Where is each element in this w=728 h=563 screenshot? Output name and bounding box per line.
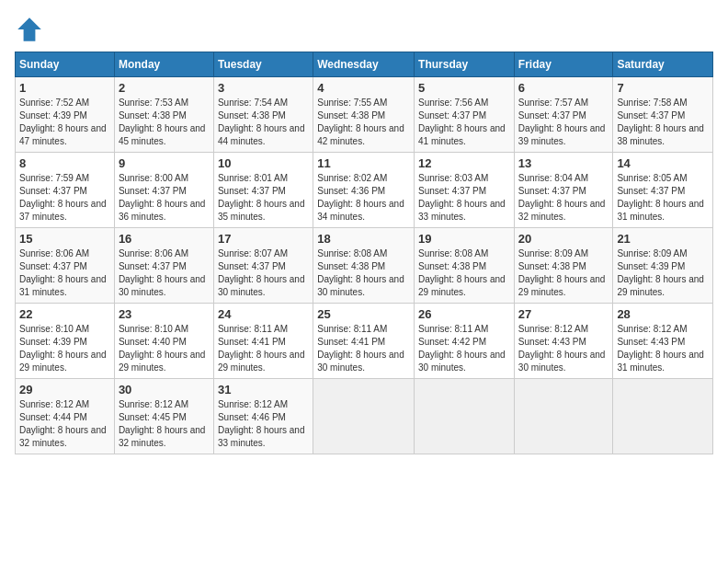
calendar-cell: 18 Sunrise: 8:08 AM Sunset: 4:38 PM Dayl… xyxy=(313,228,415,304)
calendar-cell: 17 Sunrise: 8:07 AM Sunset: 4:37 PM Dayl… xyxy=(213,228,313,304)
day-detail: Sunrise: 8:10 AM Sunset: 4:40 PM Dayligh… xyxy=(119,323,210,374)
calendar-cell: 25 Sunrise: 8:11 AM Sunset: 4:41 PM Dayl… xyxy=(313,304,415,379)
calendar-cell: 23 Sunrise: 8:10 AM Sunset: 4:40 PM Dayl… xyxy=(114,304,213,379)
day-detail: Sunrise: 8:09 AM Sunset: 4:39 PM Dayligh… xyxy=(617,247,709,299)
day-number: 24 xyxy=(218,307,309,321)
calendar-cell: 15 Sunrise: 8:06 AM Sunset: 4:37 PM Dayl… xyxy=(16,228,115,304)
day-number: 14 xyxy=(617,156,709,170)
day-detail: Sunrise: 7:56 AM Sunset: 4:37 PM Dayligh… xyxy=(418,97,510,148)
day-detail: Sunrise: 8:05 AM Sunset: 4:37 PM Dayligh… xyxy=(617,172,709,224)
day-number: 25 xyxy=(317,307,410,321)
day-number: 27 xyxy=(518,307,609,321)
day-detail: Sunrise: 8:11 AM Sunset: 4:41 PM Dayligh… xyxy=(218,323,309,374)
calendar-cell: 6 Sunrise: 7:57 AM Sunset: 4:37 PM Dayli… xyxy=(514,77,613,153)
day-detail: Sunrise: 7:53 AM Sunset: 4:38 PM Dayligh… xyxy=(119,97,210,148)
calendar-body: 1 Sunrise: 7:52 AM Sunset: 4:39 PM Dayli… xyxy=(16,77,713,454)
day-number: 10 xyxy=(218,156,309,170)
calendar-cell: 12 Sunrise: 8:03 AM Sunset: 4:37 PM Dayl… xyxy=(415,153,515,228)
weekday-header-tuesday: Tuesday xyxy=(213,52,313,77)
calendar-cell xyxy=(514,379,613,454)
day-detail: Sunrise: 8:11 AM Sunset: 4:41 PM Dayligh… xyxy=(317,323,410,374)
day-detail: Sunrise: 8:12 AM Sunset: 4:46 PM Dayligh… xyxy=(218,398,309,450)
calendar-cell: 30 Sunrise: 8:12 AM Sunset: 4:45 PM Dayl… xyxy=(114,379,213,454)
day-detail: Sunrise: 8:11 AM Sunset: 4:42 PM Dayligh… xyxy=(418,323,510,374)
week-row-4: 22 Sunrise: 8:10 AM Sunset: 4:39 PM Dayl… xyxy=(16,304,713,379)
logo-icon xyxy=(15,15,44,44)
day-number: 18 xyxy=(317,232,410,246)
calendar-cell: 4 Sunrise: 7:55 AM Sunset: 4:38 PM Dayli… xyxy=(313,77,415,153)
day-number: 5 xyxy=(418,81,510,95)
calendar-cell xyxy=(313,379,415,454)
day-detail: Sunrise: 7:52 AM Sunset: 4:39 PM Dayligh… xyxy=(19,97,110,148)
calendar-cell: 20 Sunrise: 8:09 AM Sunset: 4:38 PM Dayl… xyxy=(514,228,613,304)
day-number: 7 xyxy=(617,81,709,95)
day-detail: Sunrise: 8:08 AM Sunset: 4:38 PM Dayligh… xyxy=(418,247,510,299)
day-number: 15 xyxy=(19,232,110,246)
day-detail: Sunrise: 8:06 AM Sunset: 4:37 PM Dayligh… xyxy=(19,247,110,299)
day-number: 20 xyxy=(518,232,609,246)
day-number: 30 xyxy=(119,383,210,396)
calendar-cell: 27 Sunrise: 8:12 AM Sunset: 4:43 PM Dayl… xyxy=(514,304,613,379)
day-number: 17 xyxy=(218,232,309,246)
day-detail: Sunrise: 8:01 AM Sunset: 4:37 PM Dayligh… xyxy=(218,172,309,224)
day-number: 6 xyxy=(518,81,609,95)
week-row-1: 1 Sunrise: 7:52 AM Sunset: 4:39 PM Dayli… xyxy=(16,77,713,153)
day-number: 31 xyxy=(218,383,309,396)
weekday-header-sunday: Sunday xyxy=(16,52,115,77)
day-detail: Sunrise: 8:03 AM Sunset: 4:37 PM Dayligh… xyxy=(418,172,510,224)
page-header xyxy=(15,15,713,44)
week-row-5: 29 Sunrise: 8:12 AM Sunset: 4:44 PM Dayl… xyxy=(16,379,713,454)
calendar-cell: 3 Sunrise: 7:54 AM Sunset: 4:38 PM Dayli… xyxy=(213,77,313,153)
day-detail: Sunrise: 8:02 AM Sunset: 4:36 PM Dayligh… xyxy=(317,172,410,224)
calendar-cell: 26 Sunrise: 8:11 AM Sunset: 4:42 PM Dayl… xyxy=(415,304,515,379)
day-detail: Sunrise: 7:55 AM Sunset: 4:38 PM Dayligh… xyxy=(317,97,410,148)
day-number: 9 xyxy=(119,156,210,170)
weekday-header-thursday: Thursday xyxy=(415,52,515,77)
day-number: 2 xyxy=(119,81,210,95)
week-row-2: 8 Sunrise: 7:59 AM Sunset: 4:37 PM Dayli… xyxy=(16,153,713,228)
day-number: 28 xyxy=(617,307,709,321)
day-number: 4 xyxy=(317,81,410,95)
weekday-header-friday: Friday xyxy=(514,52,613,77)
day-detail: Sunrise: 8:07 AM Sunset: 4:37 PM Dayligh… xyxy=(218,247,309,299)
calendar-header: SundayMondayTuesdayWednesdayThursdayFrid… xyxy=(16,52,713,77)
day-number: 12 xyxy=(418,156,510,170)
svg-marker-0 xyxy=(17,17,41,41)
day-detail: Sunrise: 8:04 AM Sunset: 4:37 PM Dayligh… xyxy=(518,172,609,224)
day-number: 11 xyxy=(317,156,410,170)
calendar-table: SundayMondayTuesdayWednesdayThursdayFrid… xyxy=(15,52,713,454)
calendar-cell: 8 Sunrise: 7:59 AM Sunset: 4:37 PM Dayli… xyxy=(16,153,115,228)
week-row-3: 15 Sunrise: 8:06 AM Sunset: 4:37 PM Dayl… xyxy=(16,228,713,304)
day-detail: Sunrise: 8:12 AM Sunset: 4:44 PM Dayligh… xyxy=(19,398,110,450)
calendar-cell: 7 Sunrise: 7:58 AM Sunset: 4:37 PM Dayli… xyxy=(613,77,713,153)
calendar-cell: 1 Sunrise: 7:52 AM Sunset: 4:39 PM Dayli… xyxy=(16,77,115,153)
calendar-cell: 11 Sunrise: 8:02 AM Sunset: 4:36 PM Dayl… xyxy=(313,153,415,228)
calendar-cell: 14 Sunrise: 8:05 AM Sunset: 4:37 PM Dayl… xyxy=(613,153,713,228)
day-number: 13 xyxy=(518,156,609,170)
day-detail: Sunrise: 7:59 AM Sunset: 4:37 PM Dayligh… xyxy=(19,172,110,224)
calendar-cell: 31 Sunrise: 8:12 AM Sunset: 4:46 PM Dayl… xyxy=(213,379,313,454)
calendar-cell: 5 Sunrise: 7:56 AM Sunset: 4:37 PM Dayli… xyxy=(415,77,515,153)
calendar-cell: 24 Sunrise: 8:11 AM Sunset: 4:41 PM Dayl… xyxy=(213,304,313,379)
weekday-header-monday: Monday xyxy=(114,52,213,77)
day-detail: Sunrise: 8:10 AM Sunset: 4:39 PM Dayligh… xyxy=(19,323,110,374)
day-detail: Sunrise: 8:12 AM Sunset: 4:45 PM Dayligh… xyxy=(119,398,210,450)
day-detail: Sunrise: 7:54 AM Sunset: 4:38 PM Dayligh… xyxy=(218,97,309,148)
calendar-cell: 19 Sunrise: 8:08 AM Sunset: 4:38 PM Dayl… xyxy=(415,228,515,304)
day-detail: Sunrise: 8:12 AM Sunset: 4:43 PM Dayligh… xyxy=(617,323,709,374)
weekday-row: SundayMondayTuesdayWednesdayThursdayFrid… xyxy=(16,52,713,77)
calendar-cell: 21 Sunrise: 8:09 AM Sunset: 4:39 PM Dayl… xyxy=(613,228,713,304)
calendar-cell: 13 Sunrise: 8:04 AM Sunset: 4:37 PM Dayl… xyxy=(514,153,613,228)
day-detail: Sunrise: 7:58 AM Sunset: 4:37 PM Dayligh… xyxy=(617,97,709,148)
day-detail: Sunrise: 8:09 AM Sunset: 4:38 PM Dayligh… xyxy=(518,247,609,299)
calendar-cell: 9 Sunrise: 8:00 AM Sunset: 4:37 PM Dayli… xyxy=(114,153,213,228)
day-detail: Sunrise: 8:06 AM Sunset: 4:37 PM Dayligh… xyxy=(119,247,210,299)
calendar-cell xyxy=(415,379,515,454)
logo xyxy=(15,15,48,44)
day-number: 8 xyxy=(19,156,110,170)
calendar-cell: 2 Sunrise: 7:53 AM Sunset: 4:38 PM Dayli… xyxy=(114,77,213,153)
calendar-cell: 28 Sunrise: 8:12 AM Sunset: 4:43 PM Dayl… xyxy=(613,304,713,379)
day-number: 19 xyxy=(418,232,510,246)
calendar-cell xyxy=(613,379,713,454)
day-detail: Sunrise: 7:57 AM Sunset: 4:37 PM Dayligh… xyxy=(518,97,609,148)
